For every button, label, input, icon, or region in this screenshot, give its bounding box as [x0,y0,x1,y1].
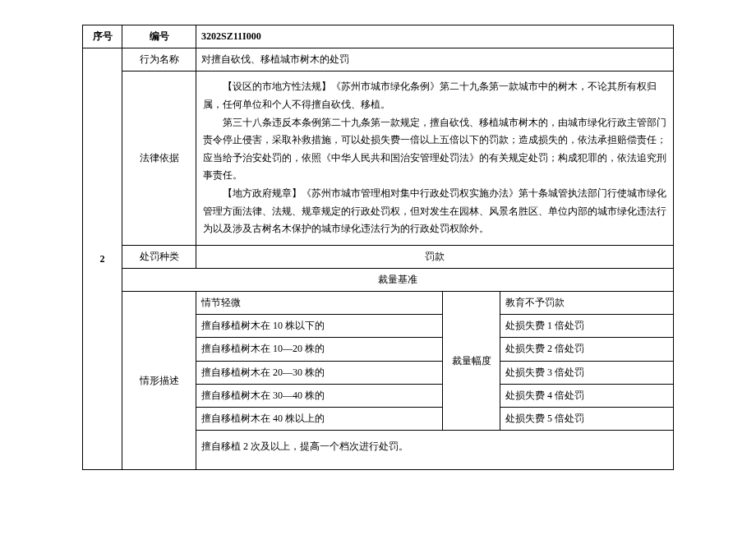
tier-amplitude: 教育不予罚款 [500,292,674,315]
behavior-name-value: 对擅自砍伐、移植城市树木的处罚 [196,48,674,71]
law-basis-text: 【设区的市地方性法规】《苏州市城市绿化条例》第二十九条第一款城市中的树木，不论其… [196,71,674,245]
tier-situation: 擅自移植树木在 20—30 株的 [196,361,443,384]
seq-header: 序号 [83,25,122,48]
penalty-type-value: 罚款 [196,245,674,268]
code-value: 3202SZ11I000 [196,25,674,48]
note-text: 擅自移植 2 次及以上，提高一个档次进行处罚。 [196,431,674,470]
discretion-basis-row: 裁量基准 [83,268,674,291]
tier-amplitude: 处损失费 1 倍处罚 [500,315,674,338]
tier-amplitude: 处损失费 5 倍处罚 [500,408,674,431]
code-header: 编号 [122,25,196,48]
tier-situation: 擅自移植树木在 10—20 株的 [196,338,443,361]
discretion-basis-label: 裁量基准 [122,268,674,291]
tier-row: 情形描述 情节轻微 裁量幅度 教育不予罚款 [83,292,674,315]
tier-situation: 擅自移植树木在 40 株以上的 [196,408,443,431]
penalty-type-label: 处罚种类 [122,245,196,268]
tier-amplitude: 处损失费 4 倍处罚 [500,384,674,407]
seq-cell: 2 [83,48,122,470]
tier-amplitude: 处损失费 2 倍处罚 [500,338,674,361]
law-basis-row: 法律依据 【设区的市地方性法规】《苏州市城市绿化条例》第二十九条第一款城市中的树… [83,71,674,245]
behavior-row: 2 行为名称 对擅自砍伐、移植城市树木的处罚 [83,48,674,71]
tier-amplitude: 处损失费 3 倍处罚 [500,361,674,384]
law-basis-label: 法律依据 [122,71,196,245]
tier-situation: 擅自移植树木在 30—40 株的 [196,384,443,407]
tier-situation: 擅自移植树木在 10 株以下的 [196,315,443,338]
behavior-name-label: 行为名称 [122,48,196,71]
amplitude-label: 裁量幅度 [443,292,500,431]
penalty-type-row: 处罚种类 罚款 [83,245,674,268]
penalty-table: 序号 编号 3202SZ11I000 2 行为名称 对擅自砍伐、移植城市树木的处… [82,25,674,470]
table-header-row: 序号 编号 3202SZ11I000 [83,25,674,48]
situation-label: 情形描述 [122,292,196,470]
tier-situation: 情节轻微 [196,292,443,315]
